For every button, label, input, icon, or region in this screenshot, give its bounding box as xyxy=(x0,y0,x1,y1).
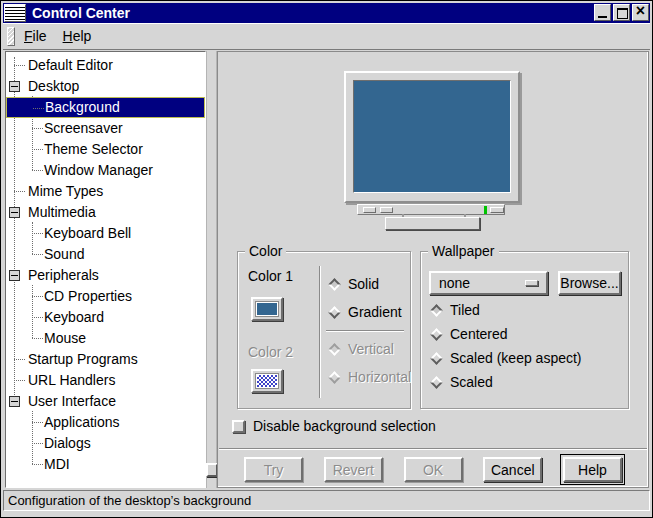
tree-guide-stub xyxy=(32,422,43,423)
minimize-button[interactable] xyxy=(594,4,611,21)
tree-item-mdi[interactable]: MDI xyxy=(6,454,205,475)
tree-guide-stub xyxy=(32,170,43,171)
tree-item-label: Applications xyxy=(44,414,120,430)
browse-button[interactable]: Browse... xyxy=(558,271,621,295)
tree-item-peripherals[interactable]: Peripherals xyxy=(6,265,205,286)
tree-item-dialogs[interactable]: Dialogs xyxy=(6,433,205,454)
color-frame-title: Color xyxy=(245,244,286,259)
wallpaper-frame: Wallpaper none Browse... TiledCenteredSc… xyxy=(420,251,629,409)
tree-item-label: Multimedia xyxy=(28,204,96,220)
titlebar[interactable]: Control Center xyxy=(3,3,650,23)
radio-label: Scaled (keep aspect) xyxy=(450,350,582,366)
wallpaper-dropdown[interactable]: none xyxy=(429,271,548,295)
wallpaper-dropdown-value: none xyxy=(439,275,470,291)
monitor-button-icon xyxy=(363,207,376,213)
menu-help[interactable]: Help xyxy=(55,24,100,49)
radio-centered[interactable]: Centered xyxy=(429,326,508,342)
tree-item-keyboard[interactable]: Keyboard xyxy=(6,307,205,328)
color2-swatch xyxy=(256,374,278,388)
radio-diamond-icon[interactable] xyxy=(328,306,341,319)
tree-item-theme-selector[interactable]: Theme Selector xyxy=(6,139,205,160)
tree-guide-stub xyxy=(14,65,25,66)
window-controls xyxy=(594,4,649,21)
tree-item-mouse[interactable]: Mouse xyxy=(6,328,205,349)
revert-button: Revert xyxy=(324,457,383,482)
tree-guide-stub xyxy=(32,254,43,255)
tree-item-default-editor[interactable]: Default Editor xyxy=(6,55,205,76)
tree-item-multimedia[interactable]: Multimedia xyxy=(6,202,205,223)
tree-guide-stub xyxy=(33,108,44,109)
color1-swatch xyxy=(256,302,278,316)
tree-item-mime-types[interactable]: Mime Types xyxy=(6,181,205,202)
tree-item-label: Keyboard Bell xyxy=(44,225,131,241)
tree-guide-stub xyxy=(32,443,43,444)
radio-diamond-icon[interactable] xyxy=(328,278,341,291)
tree-guide-stub xyxy=(32,128,43,129)
monitor-button-icon xyxy=(490,207,504,213)
expander-minus-icon[interactable] xyxy=(9,81,20,92)
expander-minus-icon[interactable] xyxy=(9,207,20,218)
tree-item-keyboard-bell[interactable]: Keyboard Bell xyxy=(6,223,205,244)
radio-diamond-icon xyxy=(328,371,341,384)
checkbox-icon[interactable] xyxy=(232,420,245,433)
menu-file[interactable]: File xyxy=(16,24,55,49)
tree-guide-stub xyxy=(32,149,43,150)
tree-item-label: Theme Selector xyxy=(44,141,143,157)
option-menu-indicator-icon xyxy=(525,280,538,286)
radio-scaled[interactable]: Scaled xyxy=(429,374,493,390)
tree-item-label: Mouse xyxy=(44,330,86,346)
tree-item-label: Peripherals xyxy=(28,267,99,283)
radio-label: Gradient xyxy=(348,304,402,320)
color2-label: Color 2 xyxy=(248,344,293,360)
help-button[interactable]: Help xyxy=(563,457,622,482)
tree-item-user-interface[interactable]: User Interface xyxy=(6,391,205,412)
radio-label: Horizontal xyxy=(348,369,411,385)
tree-item-screensaver[interactable]: Screensaver xyxy=(6,118,205,139)
radio-gradient[interactable]: Gradient xyxy=(327,304,402,320)
radio-horizontal: Horizontal xyxy=(327,369,411,385)
wallpaper-frame-title: Wallpaper xyxy=(428,244,499,259)
tree-item-sound[interactable]: Sound xyxy=(6,244,205,265)
tree-guide-stub xyxy=(14,359,25,360)
tree-item-label: Keyboard xyxy=(44,309,104,325)
tree-item-cd-properties[interactable]: CD Properties xyxy=(6,286,205,307)
radio-tiled[interactable]: Tiled xyxy=(429,302,480,318)
radio-diamond-icon[interactable] xyxy=(430,304,443,317)
radio-vertical: Vertical xyxy=(327,341,394,357)
expander-minus-icon[interactable] xyxy=(9,270,20,281)
expander-minus-icon[interactable] xyxy=(9,396,20,407)
color1-swatch-button[interactable] xyxy=(251,297,283,321)
color1-label: Color 1 xyxy=(248,268,293,284)
radio-diamond-icon xyxy=(328,343,341,356)
tree-item-desktop[interactable]: Desktop xyxy=(6,76,205,97)
radio-solid[interactable]: Solid xyxy=(327,276,379,292)
action-separator xyxy=(219,448,647,450)
close-button[interactable] xyxy=(632,4,649,21)
radio-diamond-icon[interactable] xyxy=(430,376,443,389)
tree-item-label: Mime Types xyxy=(28,183,103,199)
radio-diamond-icon[interactable] xyxy=(430,352,443,365)
radio-scaled-keep-aspect[interactable]: Scaled (keep aspect) xyxy=(429,350,582,366)
menubar: FileHelp xyxy=(3,23,650,50)
tree-item-window-manager[interactable]: Window Manager xyxy=(6,160,205,181)
tree-guide-stub xyxy=(32,233,43,234)
monitor-stand xyxy=(385,217,480,230)
radio-diamond-icon[interactable] xyxy=(430,328,443,341)
ok-button: OK xyxy=(404,457,463,482)
monitor-screen-preview xyxy=(353,80,511,193)
horizontal-separator xyxy=(326,330,404,332)
radio-label: Tiled xyxy=(450,302,480,318)
window-menu-icon[interactable] xyxy=(4,4,26,22)
cancel-button[interactable]: Cancel xyxy=(483,457,542,482)
tree-guide-stub xyxy=(32,296,43,297)
statusbar-text: Configuration of the desktop’s backgroun… xyxy=(8,493,251,508)
tree-item-url-handlers[interactable]: URL Handlers xyxy=(6,370,205,391)
tree-item-applications[interactable]: Applications xyxy=(6,412,205,433)
tree-item-background[interactable]: Background xyxy=(6,97,205,118)
tree-item-label: User Interface xyxy=(28,393,116,409)
tree-item-startup-programs[interactable]: Startup Programs xyxy=(6,349,205,370)
menubar-grip-icon[interactable] xyxy=(7,27,15,46)
maximize-button[interactable] xyxy=(613,4,630,21)
tree-item-label: Default Editor xyxy=(28,57,113,73)
disable-background-checkbox[interactable]: Disable background selection xyxy=(232,418,436,434)
